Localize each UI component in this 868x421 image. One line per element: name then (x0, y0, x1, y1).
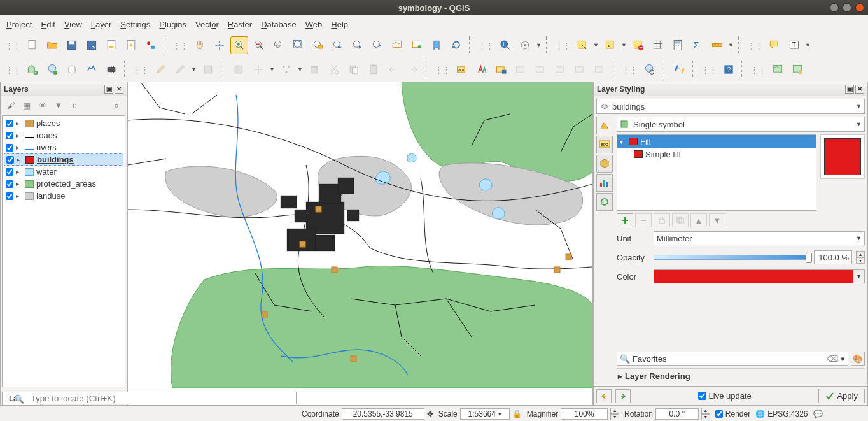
zoom-next-button[interactable] (368, 36, 386, 54)
new-virtual-button[interactable] (102, 61, 120, 78)
field-calc-button[interactable] (669, 36, 687, 54)
label-pin-button[interactable] (512, 61, 530, 78)
layer-places[interactable]: ▸ places (4, 117, 123, 129)
select-features-button[interactable] (573, 36, 591, 54)
expand-icon[interactable]: ▸ (16, 132, 22, 139)
menu-edit[interactable]: Edit (41, 20, 55, 29)
expand-icon[interactable]: ▾ (620, 138, 626, 145)
help-button[interactable]: ? (720, 61, 738, 78)
layer-roads-checkbox[interactable] (6, 132, 13, 139)
expand-icon[interactable]: ▸ (17, 156, 23, 163)
zoom-in-button[interactable] (230, 36, 248, 54)
expand-all-button[interactable]: » (109, 98, 123, 112)
expand-icon[interactable]: ▸ (16, 144, 22, 151)
label-move-button[interactable] (552, 61, 570, 78)
symbol-tree[interactable]: ▾ Fill Simple fill (617, 134, 816, 211)
open-project-button[interactable] (43, 36, 61, 54)
open-attr-table-button[interactable] (649, 36, 667, 54)
pan-to-selection-button[interactable] (211, 36, 228, 54)
style-manager-icon[interactable]: 🎨 (851, 352, 865, 366)
label-change-button[interactable] (591, 61, 609, 78)
toggle-editing-button[interactable] (151, 61, 169, 78)
sidetab-diagram[interactable] (596, 174, 613, 192)
favorites-search[interactable]: 🔍 Favorites ⌫ ▾ (617, 352, 848, 366)
opacity-value[interactable]: 100.0 % (814, 250, 852, 264)
menu-settings[interactable]: Settings (120, 20, 150, 29)
add-symbol-layer-button[interactable] (617, 213, 633, 227)
panel-close-button[interactable]: ✕ (855, 85, 864, 94)
label-toolbar-3[interactable] (493, 61, 510, 78)
identify-button[interactable]: i (496, 36, 514, 54)
panel-undock-button[interactable]: ▣ (104, 85, 113, 94)
menu-view[interactable]: View (64, 20, 82, 29)
layout-manager-button[interactable] (122, 36, 140, 54)
magnifier-value[interactable]: 100% (561, 408, 608, 420)
renderer-selector[interactable]: Single symbol ▼ (617, 117, 865, 132)
sidetab-3d[interactable] (596, 155, 613, 173)
menu-plugins[interactable]: Plugins (159, 20, 186, 29)
layer-places-checkbox[interactable] (6, 120, 13, 127)
menu-help[interactable]: Help (331, 20, 348, 29)
new-print-layout-button[interactable] (102, 36, 120, 54)
panel-undock-button[interactable]: ▣ (845, 85, 854, 94)
zoom-layer-button[interactable] (329, 36, 347, 54)
zoom-full-button[interactable] (290, 36, 307, 54)
new-project-button[interactable] (24, 36, 41, 54)
layer-water-checkbox[interactable] (6, 168, 13, 176)
layer-buildings[interactable]: ▸ buildings (4, 153, 123, 166)
paste-button[interactable] (365, 61, 382, 78)
new-map-view-button[interactable] (388, 36, 406, 54)
new-shapefile-button[interactable] (43, 61, 61, 78)
menu-raster[interactable]: Raster (228, 20, 252, 29)
new-memory-button[interactable] (83, 61, 101, 78)
expand-icon[interactable]: ▸ (16, 120, 22, 127)
pan-button[interactable] (191, 36, 209, 54)
undo-style-button[interactable] (596, 389, 612, 403)
label-hide-button[interactable] (532, 61, 550, 78)
close-button[interactable] (855, 3, 864, 12)
label-rotate-button[interactable] (571, 61, 589, 78)
sidetab-labels[interactable]: abc (596, 136, 613, 153)
coord-capture-button[interactable] (769, 61, 787, 78)
add-vector-button[interactable] (24, 61, 41, 78)
undo-button[interactable] (384, 61, 402, 78)
render-checkbox[interactable] (715, 410, 723, 418)
save-project-button[interactable] (63, 36, 81, 54)
style-preset-button[interactable]: 🖌 (4, 98, 18, 112)
sidetab-history[interactable] (596, 193, 613, 211)
redo-style-button[interactable] (615, 389, 631, 403)
rotation-value[interactable]: 0.0 ° (655, 408, 699, 420)
add-group-button[interactable]: ▦ (20, 98, 34, 112)
apply-button[interactable]: Apply (818, 389, 865, 403)
maptips-button[interactable] (766, 36, 783, 54)
measure-button[interactable] (708, 36, 726, 54)
refresh-button[interactable] (447, 36, 465, 54)
panel-close-button[interactable]: ✕ (115, 85, 123, 94)
layer-rendering-toggle[interactable]: ▸ Layer Rendering (617, 368, 865, 383)
layer-water[interactable]: ▸ water (4, 166, 123, 178)
layers-tree[interactable]: ▸ places ▸ roads ▸ rivers ▸ buildings (2, 115, 125, 387)
layer-landuse-checkbox[interactable] (6, 192, 13, 200)
scale-selector[interactable]: 1:53664 ▾ (460, 408, 510, 420)
map-canvas[interactable] (127, 82, 593, 406)
expand-icon[interactable]: ▸ (16, 180, 22, 187)
menu-project[interactable]: Project (6, 20, 32, 29)
new-geopackage-button[interactable] (63, 61, 81, 78)
layer-rivers[interactable]: ▸ rivers (4, 141, 123, 153)
layer-protected-areas-checkbox[interactable] (6, 180, 13, 188)
stats-button[interactable]: Σ (689, 36, 706, 54)
symbol-tree-simple-fill[interactable]: Simple fill (617, 148, 816, 161)
zoom-out-button[interactable] (250, 36, 268, 54)
zoom-last-button[interactable] (349, 36, 367, 54)
maximize-button[interactable] (843, 3, 851, 12)
filter-legend-button[interactable]: ▼ (52, 98, 66, 112)
cut-button[interactable] (325, 61, 343, 78)
select-by-value-button[interactable]: ε (601, 36, 619, 54)
menu-database[interactable]: Database (261, 20, 297, 29)
locator-input[interactable] (17, 392, 297, 404)
redo-button[interactable] (404, 61, 422, 78)
add-feature-button[interactable] (230, 61, 248, 78)
python-console-button[interactable] (671, 61, 689, 78)
sidetab-symbology[interactable] (596, 117, 613, 134)
new-bookmark-button[interactable] (408, 36, 426, 54)
